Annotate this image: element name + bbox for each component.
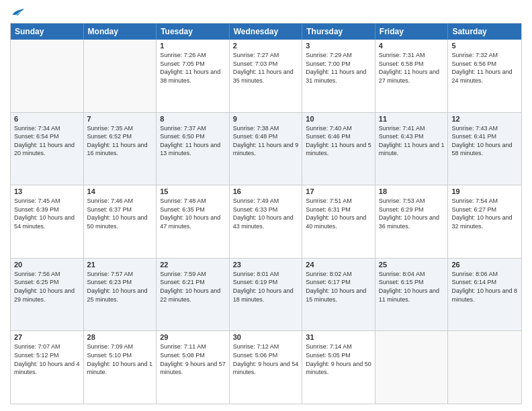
sunrise: Sunrise: 8:02 AM <box>306 270 371 279</box>
day-number: 28 <box>87 333 153 341</box>
day-number: 5 <box>451 42 518 50</box>
table-row: 6Sunrise: 7:34 AMSunset: 6:54 PMDaylight… <box>11 113 84 185</box>
sunrise: Sunrise: 7:59 AM <box>160 270 226 279</box>
sunrise: Sunrise: 7:14 AM <box>306 342 371 351</box>
sunset: Sunset: 6:23 PM <box>87 278 153 287</box>
sunrise: Sunrise: 7:57 AM <box>87 270 153 279</box>
day-number: 25 <box>379 261 445 269</box>
table-row <box>84 40 157 112</box>
daylight-hours: Daylight: 10 hours and 25 minutes. <box>87 287 153 304</box>
day-info: Sunrise: 7:11 AMSunset: 5:08 PMDaylight:… <box>160 342 226 376</box>
logo-bird-icon <box>11 7 25 17</box>
day-number: 21 <box>87 261 153 269</box>
sunset: Sunset: 5:05 PM <box>306 351 371 360</box>
sunrise: Sunrise: 7:32 AM <box>451 51 518 60</box>
calendar-row-3: 13Sunrise: 7:45 AMSunset: 6:39 PMDayligh… <box>11 185 521 259</box>
calendar-body: 1Sunrise: 7:26 AMSunset: 7:05 PMDaylight… <box>11 40 521 404</box>
day-info: Sunrise: 7:57 AMSunset: 6:23 PMDaylight:… <box>87 270 153 304</box>
sunrise: Sunrise: 7:56 AM <box>14 270 80 279</box>
day-number: 10 <box>306 115 371 123</box>
sunset: Sunset: 7:00 PM <box>306 60 371 68</box>
day-info: Sunrise: 7:37 AMSunset: 6:50 PMDaylight:… <box>160 124 226 158</box>
daylight-hours: Daylight: 10 hours and 50 minutes. <box>87 214 153 230</box>
day-number: 17 <box>306 187 371 195</box>
day-info: Sunrise: 7:45 AMSunset: 6:39 PMDaylight:… <box>14 197 80 230</box>
sunrise: Sunrise: 7:40 AM <box>306 124 371 133</box>
calendar-row-4: 20Sunrise: 7:56 AMSunset: 6:25 PMDayligh… <box>11 259 521 332</box>
day-info: Sunrise: 7:41 AMSunset: 6:43 PMDaylight:… <box>379 124 445 158</box>
day-of-week-saturday: Saturday <box>448 24 521 40</box>
day-number: 16 <box>233 187 299 195</box>
sunrise: Sunrise: 7:38 AM <box>233 124 299 133</box>
daylight-hours: Daylight: 10 hours and 43 minutes. <box>233 214 299 230</box>
day-number: 11 <box>379 115 445 123</box>
daylight-hours: Daylight: 10 hours and 11 minutes. <box>379 287 445 304</box>
table-row: 1Sunrise: 7:26 AMSunset: 7:05 PMDaylight… <box>157 40 230 112</box>
sunrise: Sunrise: 7:43 AM <box>451 124 518 133</box>
day-info: Sunrise: 7:29 AMSunset: 7:00 PMDaylight:… <box>306 51 371 85</box>
daylight-hours: Daylight: 10 hours and 54 minutes. <box>14 214 80 230</box>
sunset: Sunset: 7:05 PM <box>160 60 226 68</box>
table-row: 10Sunrise: 7:40 AMSunset: 6:46 PMDayligh… <box>302 113 375 185</box>
day-info: Sunrise: 7:12 AMSunset: 5:06 PMDaylight:… <box>233 342 299 376</box>
table-row: 25Sunrise: 8:04 AMSunset: 6:15 PMDayligh… <box>375 259 449 331</box>
table-row: 11Sunrise: 7:41 AMSunset: 6:43 PMDayligh… <box>375 113 449 185</box>
day-info: Sunrise: 7:49 AMSunset: 6:33 PMDaylight:… <box>233 197 299 230</box>
daylight-hours: Daylight: 11 hours and 5 minutes. <box>306 141 371 158</box>
day-number: 20 <box>14 261 80 269</box>
sunset: Sunset: 6:35 PM <box>160 205 226 214</box>
logo <box>10 7 25 17</box>
sunrise: Sunrise: 7:49 AM <box>233 197 299 205</box>
table-row <box>375 331 449 404</box>
day-number: 24 <box>306 261 371 269</box>
sunrise: Sunrise: 7:48 AM <box>160 197 226 205</box>
day-of-week-friday: Friday <box>375 24 449 40</box>
day-info: Sunrise: 8:04 AMSunset: 6:15 PMDaylight:… <box>379 270 445 304</box>
daylight-hours: Daylight: 10 hours and 58 minutes. <box>451 141 518 158</box>
day-number: 22 <box>160 261 226 269</box>
day-number: 1 <box>160 42 226 50</box>
daylight-hours: Daylight: 11 hours and 9 minutes. <box>233 141 299 158</box>
daylight-hours: Daylight: 10 hours and 18 minutes. <box>233 287 299 304</box>
day-number: 6 <box>14 115 80 123</box>
day-number: 13 <box>14 187 80 195</box>
logo-text <box>10 7 25 17</box>
day-number: 27 <box>14 333 80 341</box>
table-row: 9Sunrise: 7:38 AMSunset: 6:48 PMDaylight… <box>230 113 303 185</box>
page: SundayMondayTuesdayWednesdayThursdayFrid… <box>0 0 532 411</box>
table-row: 17Sunrise: 7:51 AMSunset: 6:31 PMDayligh… <box>302 185 375 258</box>
sunrise: Sunrise: 8:01 AM <box>233 270 299 279</box>
daylight-hours: Daylight: 10 hours and 1 minute. <box>87 360 153 377</box>
day-info: Sunrise: 8:02 AMSunset: 6:17 PMDaylight:… <box>306 270 371 304</box>
day-info: Sunrise: 7:51 AMSunset: 6:31 PMDaylight:… <box>306 197 371 230</box>
day-number: 31 <box>306 333 371 341</box>
sunset: Sunset: 6:52 PM <box>87 132 153 141</box>
day-info: Sunrise: 7:09 AMSunset: 5:10 PMDaylight:… <box>87 342 153 376</box>
table-row: 23Sunrise: 8:01 AMSunset: 6:19 PMDayligh… <box>230 259 303 331</box>
sunrise: Sunrise: 7:11 AM <box>160 342 226 351</box>
sunset: Sunset: 6:56 PM <box>451 60 518 68</box>
day-of-week-sunday: Sunday <box>11 24 84 40</box>
table-row: 22Sunrise: 7:59 AMSunset: 6:21 PMDayligh… <box>157 259 230 331</box>
sunrise: Sunrise: 7:12 AM <box>233 342 299 351</box>
daylight-hours: Daylight: 10 hours and 32 minutes. <box>451 214 518 230</box>
day-info: Sunrise: 7:38 AMSunset: 6:48 PMDaylight:… <box>233 124 299 158</box>
day-info: Sunrise: 7:26 AMSunset: 7:05 PMDaylight:… <box>160 51 226 85</box>
sunrise: Sunrise: 7:41 AM <box>379 124 445 133</box>
sunset: Sunset: 6:21 PM <box>160 278 226 287</box>
sunrise: Sunrise: 7:34 AM <box>14 124 80 133</box>
sunrise: Sunrise: 7:26 AM <box>160 51 226 60</box>
day-info: Sunrise: 7:59 AMSunset: 6:21 PMDaylight:… <box>160 270 226 304</box>
daylight-hours: Daylight: 11 hours and 38 minutes. <box>160 68 226 85</box>
sunrise: Sunrise: 7:29 AM <box>306 51 371 60</box>
table-row: 20Sunrise: 7:56 AMSunset: 6:25 PMDayligh… <box>11 259 84 331</box>
daylight-hours: Daylight: 10 hours and 47 minutes. <box>160 214 226 230</box>
calendar: SundayMondayTuesdayWednesdayThursdayFrid… <box>10 23 522 404</box>
day-number: 14 <box>87 187 153 195</box>
sunset: Sunset: 5:06 PM <box>233 351 299 360</box>
sunset: Sunset: 6:46 PM <box>306 132 371 141</box>
day-info: Sunrise: 7:54 AMSunset: 6:27 PMDaylight:… <box>451 197 518 230</box>
day-number: 26 <box>451 261 518 269</box>
daylight-hours: Daylight: 11 hours and 27 minutes. <box>379 68 445 85</box>
header <box>10 7 522 17</box>
